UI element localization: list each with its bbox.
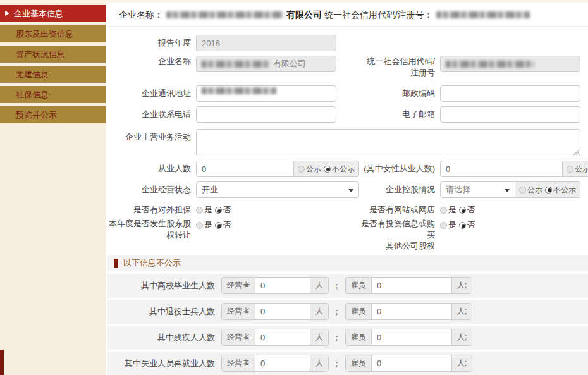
report-year-field: 2016 (196, 35, 336, 51)
sidebar-item-basic-info[interactable]: 企业基本信息 (0, 5, 106, 22)
radio-label: 是 (448, 205, 456, 214)
operator-addon: 经营者 (222, 355, 255, 371)
employee-group: 雇员 人; (345, 277, 472, 294)
operator-addon: 经营者 (222, 304, 255, 319)
email-input[interactable] (440, 106, 580, 123)
operator-count-input[interactable] (255, 304, 310, 319)
website-radios: 是 否 (440, 204, 580, 216)
radio-label: 否 (467, 220, 475, 230)
sidebar-item-assets[interactable]: 资产状况信息 (0, 46, 106, 63)
radio-no[interactable]: 否 (459, 204, 475, 216)
status-label: 企业经营状态 (107, 184, 196, 195)
investment-label-line2: 其他公司股权 (386, 241, 435, 250)
employee-count-input[interactable] (372, 278, 451, 293)
radio-label: 公示 (527, 185, 542, 194)
radio-not-public[interactable]: 不公示 (324, 164, 355, 175)
company-name-label: 企业名称： (119, 9, 163, 20)
radio-yes[interactable]: 是 (440, 204, 456, 216)
operator-count-input[interactable] (255, 355, 310, 371)
employees-input[interactable] (196, 161, 294, 177)
phone-input[interactable] (196, 106, 336, 123)
employee-addon: 雇员 (346, 278, 372, 293)
sidebar: 企业基本信息 股东及出资信息 资产状况信息 党建信息 社保信息 预览并公示 (0, 0, 106, 375)
field-label: 其中失业人员再就业人数 (107, 358, 221, 369)
unit-addon: 人; (451, 355, 472, 371)
company-name-suffix: 有限公司 (273, 58, 306, 70)
radio-yes[interactable]: 是 (196, 204, 212, 216)
radio-not-public[interactable]: 不公示 (545, 185, 576, 195)
sidebar-item-social-security[interactable]: 社保信息 (0, 86, 106, 103)
radio-icon (519, 187, 526, 194)
radio-public[interactable]: 公示 (519, 185, 542, 195)
private-section-header: 以下信息不公示 (107, 255, 588, 271)
radio-no[interactable]: 否 (459, 219, 475, 231)
guarantee-label: 是否有对外担保 (107, 204, 196, 216)
group-separator: ； (333, 358, 341, 369)
female-employees-label: (其中女性从业人数) (359, 163, 440, 175)
private-row-veterans: 其中退役士兵人数 经营者 人 ； 雇员 人; (107, 300, 588, 324)
page-top-strip (0, 0, 588, 3)
status-select[interactable]: 开业 (196, 181, 359, 198)
radio-label: 否 (223, 205, 231, 214)
radio-icon (459, 207, 466, 214)
radio-label: 公示 (306, 164, 321, 173)
radio-public[interactable]: 公示 (567, 164, 588, 175)
operator-group: 经营者 人 (221, 329, 329, 346)
employee-count-input[interactable] (372, 304, 451, 319)
employee-group: 雇员 人; (345, 329, 472, 346)
private-row-graduates: 其中高校毕业生人数 经营者 人 ； 雇员 人; (107, 274, 588, 298)
company-name-suffix: 有限公司 (286, 9, 322, 20)
radio-no[interactable]: 否 (215, 204, 231, 216)
resize-grip-icon[interactable] (573, 149, 579, 155)
employee-count-input[interactable] (372, 329, 451, 345)
radio-public[interactable]: 公示 (298, 164, 321, 175)
sidebar-item-label: 预览并公示 (16, 110, 57, 120)
operator-group: 经营者 人 (221, 277, 329, 294)
operator-count-input[interactable] (255, 278, 310, 293)
operator-addon: 经营者 (222, 278, 255, 293)
unit-addon: 人 (310, 355, 328, 371)
sidebar-item-shareholders[interactable]: 股东及出资信息 (0, 25, 106, 42)
chevron-down-icon (348, 189, 353, 195)
employee-count-input[interactable] (372, 355, 451, 371)
sidebar-item-party-building[interactable]: 党建信息 (0, 66, 106, 83)
unit-addon: 人 (310, 329, 328, 345)
investment-label: 是否有投资信息或购买其他公司股权 (359, 218, 440, 252)
sidebar-item-preview-publish[interactable]: 预览并公示 (0, 106, 106, 123)
postcode-input[interactable] (440, 85, 580, 102)
group-separator: ； (333, 280, 341, 292)
radio-icon (545, 187, 552, 194)
redacted-credit-code (436, 11, 530, 18)
radio-label: 是 (448, 220, 456, 230)
radio-yes[interactable]: 是 (196, 219, 212, 231)
private-row-reemployed: 其中失业人员再就业人数 经营者 人 ； 雇员 人; (107, 352, 588, 375)
selected-value: 请选择 (446, 185, 470, 194)
business-textarea[interactable] (196, 129, 580, 156)
radio-label: 不公示 (553, 185, 576, 194)
female-employees-input[interactable] (440, 161, 563, 177)
field-label: 其中高校毕业生人数 (107, 280, 221, 292)
address-label: 企业通讯地址 (107, 88, 196, 99)
operator-group: 经营者 人 (221, 355, 329, 372)
employees-publicity-radios: 公示 不公示 (294, 161, 359, 177)
operator-count-input[interactable] (255, 329, 310, 345)
radio-label: 不公示 (332, 164, 355, 173)
radio-label: 是 (204, 205, 212, 214)
address-input[interactable] (196, 85, 336, 102)
employee-group: 雇员 人; (345, 303, 472, 320)
group-separator: ； (333, 332, 341, 343)
holding-label: 企业控股情况 (359, 184, 440, 195)
sidebar-item-label: 股东及出资信息 (16, 29, 73, 39)
unit-addon: 人 (310, 278, 328, 293)
operator-group: 经营者 人 (221, 303, 329, 320)
redacted-credit-code (446, 61, 534, 68)
redacted-company-name (166, 11, 283, 18)
credit-code-field-label: 统一社会信用代码/注册号 (359, 56, 440, 78)
company-name-field: 有限公司 (196, 56, 336, 72)
page-header: 企业名称：有限公司 统一社会信用代码/注册号： (107, 3, 588, 27)
investment-label-line1: 是否有投资信息或购买 (361, 219, 435, 240)
radio-no[interactable]: 否 (215, 219, 231, 231)
holding-select[interactable]: 请选择 (440, 181, 515, 198)
private-row-disabled-persons: 其中残疾人人数 经营者 人 ； 雇员 人; (107, 326, 588, 350)
radio-yes[interactable]: 是 (440, 219, 456, 231)
